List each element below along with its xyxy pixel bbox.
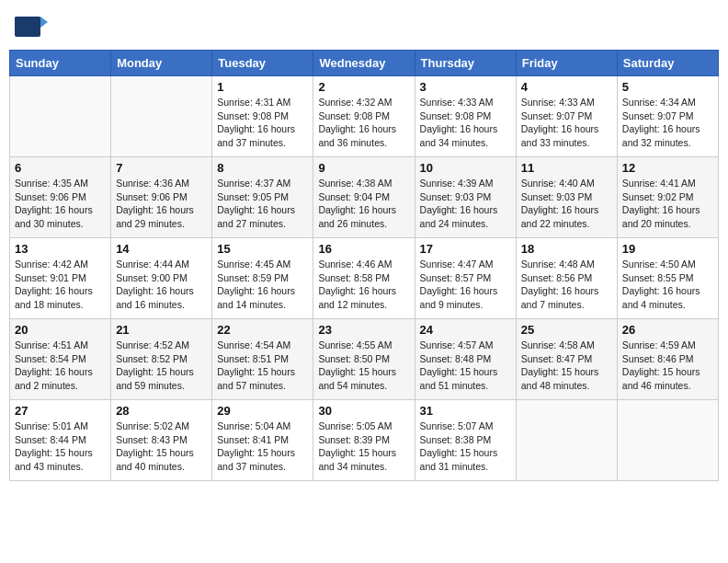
calendar-cell: 23Sunrise: 4:55 AM Sunset: 8:50 PM Dayli… bbox=[313, 319, 415, 400]
day-number: 8 bbox=[217, 161, 308, 175]
day-number: 16 bbox=[318, 242, 409, 256]
day-number: 13 bbox=[15, 242, 106, 256]
calendar-cell: 20Sunrise: 4:51 AM Sunset: 8:54 PM Dayli… bbox=[10, 319, 111, 400]
day-number: 12 bbox=[622, 161, 713, 175]
calendar-cell bbox=[516, 400, 617, 481]
day-number: 30 bbox=[318, 404, 409, 418]
logo bbox=[13, 9, 50, 42]
day-number: 18 bbox=[521, 242, 612, 256]
weekday-header: Thursday bbox=[415, 51, 516, 76]
svg-rect-2 bbox=[15, 17, 40, 26]
calendar-cell: 4Sunrise: 4:33 AM Sunset: 9:07 PM Daylig… bbox=[516, 76, 617, 157]
logo-icon bbox=[13, 9, 46, 42]
calendar-cell: 19Sunrise: 4:50 AM Sunset: 8:55 PM Dayli… bbox=[617, 238, 718, 319]
day-info: Sunrise: 4:40 AM Sunset: 9:03 PM Dayligh… bbox=[521, 177, 612, 231]
day-info: Sunrise: 4:54 AM Sunset: 8:51 PM Dayligh… bbox=[217, 339, 308, 393]
day-number: 21 bbox=[116, 323, 207, 337]
day-info: Sunrise: 4:51 AM Sunset: 8:54 PM Dayligh… bbox=[15, 339, 106, 393]
day-info: Sunrise: 4:47 AM Sunset: 8:57 PM Dayligh… bbox=[420, 258, 511, 312]
calendar-table: SundayMondayTuesdayWednesdayThursdayFrid… bbox=[9, 50, 719, 481]
day-number: 1 bbox=[217, 80, 308, 94]
weekday-header: Saturday bbox=[617, 51, 718, 76]
day-info: Sunrise: 4:39 AM Sunset: 9:03 PM Dayligh… bbox=[420, 177, 511, 231]
day-info: Sunrise: 4:36 AM Sunset: 9:06 PM Dayligh… bbox=[116, 177, 207, 231]
weekday-header: Wednesday bbox=[313, 51, 415, 76]
day-info: Sunrise: 4:37 AM Sunset: 9:05 PM Dayligh… bbox=[217, 177, 308, 231]
calendar-cell: 15Sunrise: 4:45 AM Sunset: 8:59 PM Dayli… bbox=[212, 238, 313, 319]
calendar-cell: 26Sunrise: 4:59 AM Sunset: 8:46 PM Dayli… bbox=[617, 319, 718, 400]
calendar-cell: 18Sunrise: 4:48 AM Sunset: 8:56 PM Dayli… bbox=[516, 238, 617, 319]
calendar-cell: 2Sunrise: 4:32 AM Sunset: 9:08 PM Daylig… bbox=[313, 76, 415, 157]
day-info: Sunrise: 4:42 AM Sunset: 9:01 PM Dayligh… bbox=[15, 258, 106, 312]
day-number: 15 bbox=[217, 242, 308, 256]
calendar-cell: 29Sunrise: 5:04 AM Sunset: 8:41 PM Dayli… bbox=[212, 400, 313, 481]
svg-marker-1 bbox=[40, 17, 48, 28]
day-number: 22 bbox=[217, 323, 308, 337]
day-number: 24 bbox=[420, 323, 511, 337]
day-info: Sunrise: 4:35 AM Sunset: 9:06 PM Dayligh… bbox=[15, 177, 106, 231]
calendar-cell: 31Sunrise: 5:07 AM Sunset: 8:38 PM Dayli… bbox=[415, 400, 516, 481]
weekday-header: Tuesday bbox=[212, 51, 313, 76]
day-info: Sunrise: 4:55 AM Sunset: 8:50 PM Dayligh… bbox=[318, 339, 409, 393]
day-info: Sunrise: 4:59 AM Sunset: 8:46 PM Dayligh… bbox=[622, 339, 713, 393]
calendar-week-row: 13Sunrise: 4:42 AM Sunset: 9:01 PM Dayli… bbox=[10, 238, 719, 319]
day-info: Sunrise: 5:07 AM Sunset: 8:38 PM Dayligh… bbox=[420, 419, 511, 474]
calendar-cell: 14Sunrise: 4:44 AM Sunset: 9:00 PM Dayli… bbox=[111, 238, 212, 319]
day-number: 5 bbox=[622, 80, 713, 94]
calendar-cell: 8Sunrise: 4:37 AM Sunset: 9:05 PM Daylig… bbox=[212, 157, 313, 238]
day-info: Sunrise: 4:41 AM Sunset: 9:02 PM Dayligh… bbox=[622, 177, 713, 231]
day-info: Sunrise: 4:46 AM Sunset: 8:58 PM Dayligh… bbox=[318, 258, 409, 312]
page-header bbox=[9, 9, 719, 42]
day-number: 29 bbox=[217, 404, 308, 418]
weekday-header: Monday bbox=[111, 51, 212, 76]
day-info: Sunrise: 4:45 AM Sunset: 8:59 PM Dayligh… bbox=[217, 258, 308, 312]
calendar-cell: 12Sunrise: 4:41 AM Sunset: 9:02 PM Dayli… bbox=[617, 157, 718, 238]
day-info: Sunrise: 4:52 AM Sunset: 8:52 PM Dayligh… bbox=[116, 339, 207, 393]
day-number: 7 bbox=[116, 161, 207, 175]
calendar-cell: 3Sunrise: 4:33 AM Sunset: 9:08 PM Daylig… bbox=[415, 76, 516, 157]
day-number: 23 bbox=[318, 323, 409, 337]
day-info: Sunrise: 5:05 AM Sunset: 8:39 PM Dayligh… bbox=[318, 419, 409, 474]
weekday-header: Friday bbox=[516, 51, 617, 76]
calendar-cell: 22Sunrise: 4:54 AM Sunset: 8:51 PM Dayli… bbox=[212, 319, 313, 400]
day-number: 3 bbox=[420, 80, 511, 94]
calendar-cell: 13Sunrise: 4:42 AM Sunset: 9:01 PM Dayli… bbox=[10, 238, 111, 319]
day-info: Sunrise: 4:50 AM Sunset: 8:55 PM Dayligh… bbox=[622, 258, 713, 312]
calendar-cell: 30Sunrise: 5:05 AM Sunset: 8:39 PM Dayli… bbox=[313, 400, 415, 481]
day-info: Sunrise: 4:58 AM Sunset: 8:47 PM Dayligh… bbox=[521, 339, 612, 393]
day-number: 9 bbox=[318, 161, 409, 175]
calendar-cell: 9Sunrise: 4:38 AM Sunset: 9:04 PM Daylig… bbox=[313, 157, 415, 238]
calendar-cell bbox=[10, 76, 111, 157]
day-number: 20 bbox=[15, 323, 106, 337]
calendar-cell: 5Sunrise: 4:34 AM Sunset: 9:07 PM Daylig… bbox=[617, 76, 718, 157]
day-info: Sunrise: 5:01 AM Sunset: 8:44 PM Dayligh… bbox=[15, 419, 106, 474]
day-info: Sunrise: 4:32 AM Sunset: 9:08 PM Dayligh… bbox=[318, 96, 409, 150]
calendar-cell: 10Sunrise: 4:39 AM Sunset: 9:03 PM Dayli… bbox=[415, 157, 516, 238]
calendar-cell: 6Sunrise: 4:35 AM Sunset: 9:06 PM Daylig… bbox=[10, 157, 111, 238]
calendar-cell: 25Sunrise: 4:58 AM Sunset: 8:47 PM Dayli… bbox=[516, 319, 617, 400]
calendar-week-row: 20Sunrise: 4:51 AM Sunset: 8:54 PM Dayli… bbox=[10, 319, 719, 400]
weekday-header-row: SundayMondayTuesdayWednesdayThursdayFrid… bbox=[10, 51, 719, 76]
calendar-cell bbox=[617, 400, 718, 481]
calendar-cell bbox=[111, 76, 212, 157]
day-number: 19 bbox=[622, 242, 713, 256]
day-info: Sunrise: 4:31 AM Sunset: 9:08 PM Dayligh… bbox=[217, 96, 308, 150]
day-info: Sunrise: 4:38 AM Sunset: 9:04 PM Dayligh… bbox=[318, 177, 409, 231]
calendar-cell: 24Sunrise: 4:57 AM Sunset: 8:48 PM Dayli… bbox=[415, 319, 516, 400]
calendar-week-row: 6Sunrise: 4:35 AM Sunset: 9:06 PM Daylig… bbox=[10, 157, 719, 238]
calendar-cell: 28Sunrise: 5:02 AM Sunset: 8:43 PM Dayli… bbox=[111, 400, 212, 481]
calendar-week-row: 27Sunrise: 5:01 AM Sunset: 8:44 PM Dayli… bbox=[10, 400, 719, 481]
day-number: 28 bbox=[116, 404, 207, 418]
day-number: 11 bbox=[521, 161, 612, 175]
calendar-cell: 27Sunrise: 5:01 AM Sunset: 8:44 PM Dayli… bbox=[10, 400, 111, 481]
day-info: Sunrise: 5:02 AM Sunset: 8:43 PM Dayligh… bbox=[116, 419, 207, 474]
day-info: Sunrise: 4:34 AM Sunset: 9:07 PM Dayligh… bbox=[622, 96, 713, 150]
calendar-cell: 11Sunrise: 4:40 AM Sunset: 9:03 PM Dayli… bbox=[516, 157, 617, 238]
day-number: 2 bbox=[318, 80, 409, 94]
day-info: Sunrise: 4:44 AM Sunset: 9:00 PM Dayligh… bbox=[116, 258, 207, 312]
day-info: Sunrise: 4:33 AM Sunset: 9:08 PM Dayligh… bbox=[420, 96, 511, 150]
day-info: Sunrise: 4:57 AM Sunset: 8:48 PM Dayligh… bbox=[420, 339, 511, 393]
day-number: 31 bbox=[420, 404, 511, 418]
calendar-week-row: 1Sunrise: 4:31 AM Sunset: 9:08 PM Daylig… bbox=[10, 76, 719, 157]
day-number: 17 bbox=[420, 242, 511, 256]
